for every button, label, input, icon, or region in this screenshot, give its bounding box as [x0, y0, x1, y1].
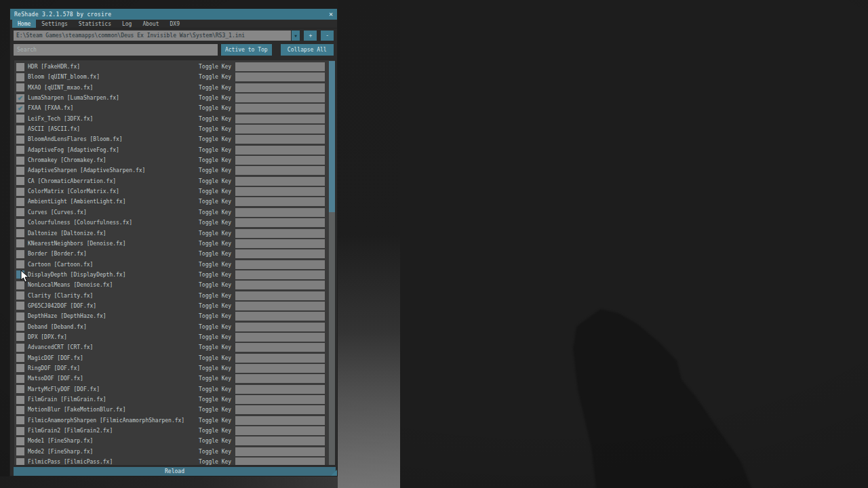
effect-checkbox[interactable]: ✔ [16, 157, 24, 165]
toggle-key-input[interactable] [235, 115, 325, 123]
tab-settings[interactable]: Settings [36, 20, 73, 28]
toggle-key-input[interactable] [235, 177, 325, 186]
chevron-down-icon: ▼ [294, 33, 297, 38]
toggle-key-input[interactable] [235, 94, 325, 102]
toggle-key-input[interactable] [235, 125, 325, 134]
tab-dx9[interactable]: DX9 [165, 20, 185, 28]
toggle-key-input[interactable] [235, 166, 325, 175]
toggle-key-input[interactable] [235, 270, 325, 279]
effect-checkbox[interactable]: ✔ [16, 136, 24, 144]
effect-checkbox[interactable]: ✔ [16, 167, 24, 175]
effect-checkbox[interactable]: ✔ [16, 333, 24, 341]
effect-checkbox[interactable]: ✔ [16, 250, 24, 258]
effect-checkbox[interactable]: ✔ [16, 188, 24, 196]
toggle-key-input[interactable] [235, 135, 325, 144]
effect-checkbox[interactable]: ✔ [16, 260, 24, 268]
resize-grip-icon[interactable] [331, 470, 337, 476]
toggle-key-input[interactable] [235, 436, 325, 445]
effect-checkbox[interactable]: ✔ [16, 447, 24, 455]
effect-checkbox[interactable]: ✔ [16, 94, 24, 102]
toggle-key-input[interactable] [235, 333, 325, 342]
effect-checkbox[interactable]: ✔ [16, 291, 24, 300]
effect-checkbox[interactable]: ✔ [16, 406, 24, 414]
toggle-key-input[interactable] [235, 458, 325, 466]
effect-checkbox[interactable]: ✔ [16, 354, 24, 362]
toggle-key-input[interactable] [235, 146, 325, 155]
effect-checkbox[interactable]: ✔ [16, 385, 24, 393]
reload-button[interactable]: Reload [14, 467, 336, 476]
toggle-key-input[interactable] [235, 73, 325, 81]
toggle-key-input[interactable] [235, 62, 325, 71]
effect-checkbox[interactable]: ✔ [16, 416, 24, 424]
collapse-all-button[interactable]: Collapse All [281, 44, 334, 56]
tab-statistics[interactable]: Statistics [73, 20, 117, 28]
toggle-key-input[interactable] [235, 426, 325, 435]
effect-checkbox[interactable]: ✔ [16, 375, 24, 383]
toggle-key-input[interactable] [235, 312, 325, 321]
toggle-key-input[interactable] [235, 385, 325, 394]
toggle-key-input[interactable] [235, 343, 325, 352]
effect-checkbox[interactable]: ✔ [16, 63, 24, 71]
title-bar[interactable]: ReShade 3.2.1.578 by crosire ✕ [10, 9, 337, 20]
toggle-key-input[interactable] [235, 405, 325, 414]
close-icon[interactable]: ✕ [329, 11, 333, 18]
effect-checkbox[interactable]: ✔ [16, 208, 24, 216]
effect-checkbox[interactable]: ✔ [16, 229, 24, 237]
toggle-key-input[interactable] [235, 218, 325, 227]
tab-log[interactable]: Log [117, 20, 137, 28]
effect-checkbox[interactable]: ✔ [16, 146, 24, 154]
effect-checkbox[interactable]: ✔ [16, 323, 24, 331]
toggle-key-input[interactable] [235, 249, 325, 258]
scrollbar-thumb[interactable] [329, 61, 336, 212]
toggle-key-input[interactable] [235, 374, 325, 383]
effect-checkbox[interactable]: ✔ [16, 364, 24, 372]
preset-dropdown-button[interactable]: ▼ [292, 30, 300, 41]
toggle-key-input[interactable] [235, 229, 325, 238]
toggle-key-input[interactable] [235, 395, 325, 404]
active-to-top-button[interactable]: Active to Top [221, 44, 272, 56]
effect-checkbox[interactable]: ✔ [16, 312, 24, 321]
toggle-key-input[interactable] [235, 302, 325, 310]
toggle-key-input[interactable] [235, 447, 325, 456]
effect-checkbox[interactable]: ✔ [16, 83, 24, 92]
toggle-key-input[interactable] [235, 208, 325, 217]
effect-checkbox[interactable]: ✔ [16, 104, 24, 113]
toggle-key-input[interactable] [235, 156, 325, 165]
effect-checkbox[interactable]: ✔ [16, 115, 24, 123]
toggle-key-input[interactable] [235, 83, 325, 92]
toggle-key-label: Toggle Key [199, 407, 235, 413]
toggle-key-input[interactable] [235, 239, 325, 248]
effect-checkbox[interactable]: ✔ [16, 73, 24, 81]
add-preset-button[interactable]: + [304, 30, 317, 41]
effect-checkbox[interactable]: ✔ [16, 219, 24, 227]
toggle-key-input[interactable] [235, 281, 325, 289]
search-input[interactable] [14, 44, 218, 56]
toggle-key-input[interactable] [235, 104, 325, 113]
effect-checkbox[interactable]: ✔ [16, 302, 24, 310]
toggle-key-input[interactable] [235, 187, 325, 196]
toggle-key-input[interactable] [235, 197, 325, 206]
effect-checkbox[interactable]: ✔ [16, 177, 24, 185]
tab-home[interactable]: Home [12, 20, 36, 28]
effect-checkbox[interactable]: ✔ [16, 344, 24, 352]
effect-label: Daltonize [Daltonize.fx] [28, 230, 199, 237]
toggle-key-input[interactable] [235, 291, 325, 300]
toggle-key-input[interactable] [235, 364, 325, 373]
tab-about[interactable]: About [137, 20, 164, 28]
effect-checkbox[interactable]: ✔ [16, 437, 24, 445]
toggle-key-label: Toggle Key [199, 375, 235, 382]
remove-preset-button[interactable]: - [321, 30, 334, 41]
effect-checkbox[interactable]: ✔ [16, 427, 24, 435]
effect-label: Deband [Deband.fx] [28, 324, 199, 330]
effect-checkbox[interactable]: ✔ [16, 125, 24, 134]
preset-path-select[interactable]: E:\Steam Games\steamapps\common\Deus Ex … [14, 30, 291, 41]
effect-checkbox[interactable]: ✔ [16, 198, 24, 206]
effect-checkbox[interactable]: ✔ [16, 239, 24, 247]
toggle-key-input[interactable] [235, 416, 325, 425]
scrollbar-track[interactable] [329, 61, 336, 466]
effect-checkbox[interactable]: ✔ [16, 458, 24, 466]
toggle-key-input[interactable] [235, 260, 325, 269]
effect-checkbox[interactable]: ✔ [16, 396, 24, 404]
toggle-key-input[interactable] [235, 323, 325, 331]
toggle-key-input[interactable] [235, 354, 325, 363]
